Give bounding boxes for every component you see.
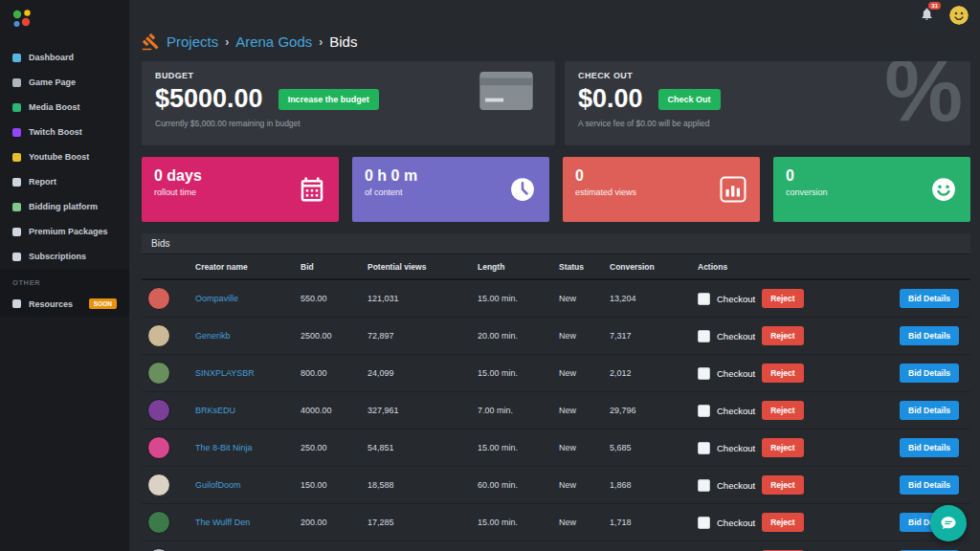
potential-views-value: 17,285 [368, 518, 478, 527]
potential-views-value: 54,851 [368, 443, 478, 452]
bid-details-button[interactable]: Bid Details [900, 438, 959, 457]
conversion-value: 29,796 [610, 406, 698, 415]
creator-avatar [147, 399, 170, 422]
app-logo[interactable] [0, 0, 129, 37]
conversion-value: 7,317 [610, 331, 698, 341]
bid-details-button[interactable]: Bid Details [900, 364, 959, 383]
status-value: New [559, 443, 610, 452]
table-row: MaiPelaez 250.00 22,580 18.00 min. New C… [142, 541, 970, 551]
creator-link[interactable]: The 8-Bit Ninja [195, 443, 301, 452]
sidebar-item-resources[interactable]: Resources SOON [0, 291, 129, 317]
gavel-icon [142, 33, 160, 51]
potential-views-value: 72,897 [368, 331, 478, 341]
breadcrumb-separator: › [319, 35, 323, 49]
conversion-value: 2,012 [610, 368, 698, 378]
checkout-checkbox[interactable] [698, 442, 710, 454]
creator-link[interactable]: Oompaville [195, 294, 301, 303]
notification-badge: 31 [928, 2, 941, 10]
checkout-amount: $0.00 [578, 84, 643, 114]
status-value: New [559, 294, 610, 303]
table-row: The 8-Bit Ninja 250.00 54,851 15.00 min.… [142, 430, 970, 467]
twitch-icon [12, 128, 21, 137]
calendar-icon [298, 175, 326, 204]
bid-details-button[interactable]: Bid Details [900, 326, 959, 345]
potential-views-value: 327,961 [368, 406, 478, 415]
status-value: New [559, 368, 610, 378]
reject-button[interactable]: Reject [762, 475, 804, 495]
chat-launcher-button[interactable] [930, 505, 967, 541]
checkout-checkbox[interactable] [698, 330, 710, 342]
creator-avatar [147, 324, 170, 347]
checkout-label: Checkout [717, 331, 755, 342]
stat-card-content: 0 h 0 m of content [352, 157, 549, 222]
sidebar-item-dashboard[interactable]: Dashboard [0, 45, 129, 70]
checkout-checkbox[interactable] [698, 405, 710, 417]
checkout-label: Checkout [717, 368, 755, 379]
breadcrumb: Projects › Arena Gods › Bids [142, 33, 357, 51]
length-value: 15.00 min. [478, 368, 559, 378]
bid-details-button[interactable]: Bid Details [900, 475, 959, 495]
dashboard-icon [12, 54, 21, 62]
breadcrumb-separator: › [225, 35, 229, 49]
report-icon [12, 178, 21, 187]
budget-panel: BUDGET $5000.00 Increase the budget Curr… [142, 61, 555, 145]
table-row: Oompaville 550.00 121,031 15.00 min. New… [142, 280, 970, 318]
checkout-checkbox[interactable] [698, 293, 710, 305]
sidebar-item-label: Youtube Boost [29, 152, 89, 162]
user-avatar[interactable] [949, 6, 969, 25]
bid-details-button[interactable]: Bid Details [900, 289, 959, 308]
sidebar-item-media-boost[interactable]: Media Boost [0, 95, 129, 120]
creator-link[interactable]: The Wulff Den [195, 518, 301, 527]
creator-avatar [147, 474, 170, 496]
notifications-button[interactable]: 31 [920, 7, 934, 25]
sidebar-item-youtube-boost[interactable]: Youtube Boost [0, 144, 129, 169]
reject-button[interactable]: Reject [762, 364, 804, 383]
breadcrumb-projects[interactable]: Projects [167, 33, 218, 50]
increase-budget-button[interactable]: Increase the budget [278, 89, 379, 110]
bid-value: 200.00 [301, 518, 368, 527]
checkout-label: Checkout [717, 294, 755, 304]
header-actions: Actions [698, 262, 733, 272]
check-out-button[interactable]: Check Out [658, 89, 721, 110]
status-value: New [559, 518, 610, 527]
budget-subtext: Currently $5,000.00 remaining in budget [155, 119, 542, 128]
checkout-panel: CHECK OUT $0.00 Check Out A service fee … [565, 61, 970, 145]
sidebar-item-subscriptions[interactable]: Subscriptions [0, 244, 129, 269]
chat-bubble-icon [940, 515, 957, 532]
bid-value: 4000.00 [301, 406, 368, 415]
reject-button[interactable]: Reject [762, 438, 804, 457]
sidebar: Dashboard Game Page Media Boost Twitch B… [0, 0, 129, 551]
checkout-label: Checkout [717, 518, 755, 528]
sidebar-item-premium-packages[interactable]: Premium Packages [0, 219, 129, 244]
header-bid: Bid [301, 262, 368, 272]
creator-link[interactable]: GuilofDoom [195, 480, 301, 490]
bid-details-button[interactable]: Bid Details [900, 401, 959, 420]
checkout-checkbox[interactable] [698, 517, 710, 529]
sidebar-item-twitch-boost[interactable]: Twitch Boost [0, 120, 129, 144]
reject-button[interactable]: Reject [762, 513, 804, 532]
bid-value: 150.00 [301, 480, 368, 490]
table-row: GuilofDoom 150.00 18,588 60.00 min. New … [142, 467, 970, 504]
creator-link[interactable]: Generikb [195, 331, 301, 341]
sidebar-item-label: Report [29, 177, 56, 187]
potential-views-value: 24,099 [368, 368, 478, 378]
creator-link[interactable]: SINXPLAYSBR [195, 368, 301, 378]
youtube-icon [12, 153, 21, 162]
creator-link[interactable]: BRKsEDU [195, 406, 301, 415]
sidebar-item-bidding-platform[interactable]: Bidding platform [0, 194, 129, 219]
breadcrumb-project-name[interactable]: Arena Gods [235, 33, 312, 50]
bids-table-section: Bids Creator name Bid Potential views Le… [142, 233, 970, 551]
sidebar-item-game-page[interactable]: Game Page [0, 70, 129, 95]
checkout-checkbox[interactable] [698, 367, 710, 380]
reject-button[interactable]: Reject [762, 401, 804, 420]
conversion-value: 1,718 [610, 518, 698, 527]
potential-views-value: 121,031 [368, 294, 478, 303]
table-title: Bids [142, 233, 970, 254]
reject-button[interactable]: Reject [762, 326, 804, 345]
reject-button[interactable]: Reject [762, 289, 804, 308]
checkout-checkbox[interactable] [698, 479, 710, 492]
sidebar-item-label: Dashboard [29, 53, 74, 62]
sidebar-item-report[interactable]: Report [0, 169, 129, 194]
sidebar-item-label: Game Page [29, 77, 76, 87]
bid-value: 800.00 [301, 368, 368, 378]
